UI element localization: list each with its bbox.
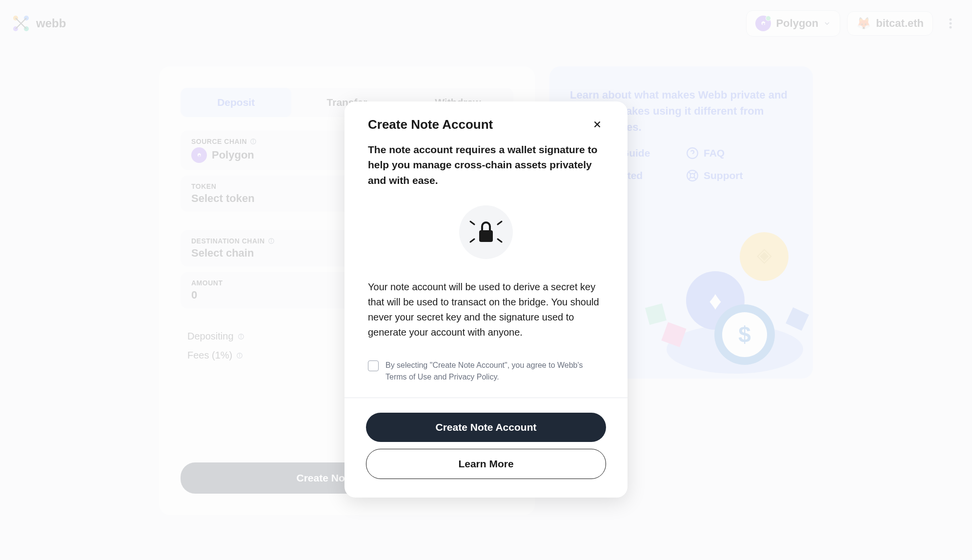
modal-intro: The note account requires a wallet signa… (368, 142, 604, 188)
svg-line-40 (470, 221, 474, 224)
lock-icon (468, 215, 504, 250)
lock-illustration (368, 205, 604, 259)
svg-line-42 (470, 239, 474, 242)
svg-rect-44 (479, 230, 493, 242)
modal-title: Create Note Account (368, 117, 493, 132)
modal-description: Your note account will be used to derive… (368, 280, 604, 340)
create-note-account-modal: Create Note Account The note account req… (344, 101, 628, 498)
checkbox-text: By selecting "Create Note Account", you … (385, 360, 604, 383)
close-icon (592, 119, 603, 130)
close-button[interactable] (590, 118, 604, 131)
modal-create-button[interactable]: Create Note Account (366, 413, 606, 442)
modal-overlay[interactable]: Create Note Account The note account req… (0, 0, 972, 560)
modal-learn-more-button[interactable]: Learn More (366, 449, 606, 479)
svg-line-43 (498, 239, 502, 242)
agree-checkbox[interactable] (368, 360, 379, 371)
svg-line-41 (498, 221, 502, 224)
